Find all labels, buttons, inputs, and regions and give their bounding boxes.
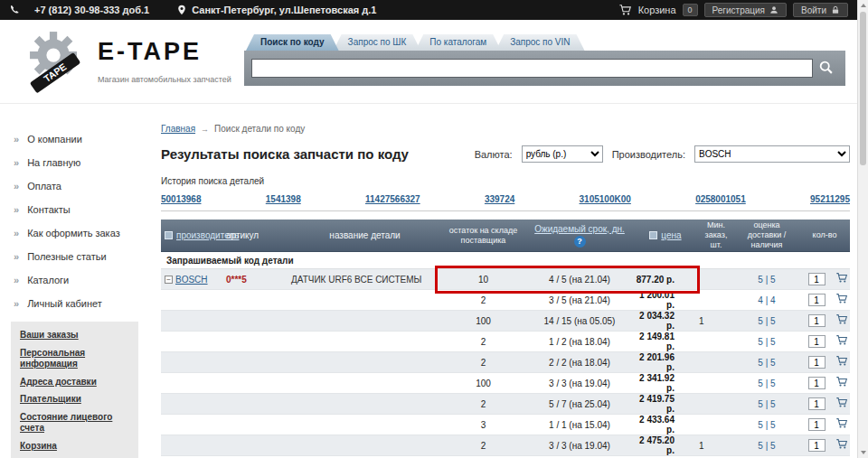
manufacturer-select[interactable]: BOSCH xyxy=(694,145,850,163)
term-cell: 3 / 3 (на 19.04) xyxy=(526,379,633,388)
col-header-price[interactable]: цена xyxy=(633,230,698,241)
search-panel xyxy=(244,51,845,86)
account-link-personal-info[interactable]: Персональная информация xyxy=(20,348,131,370)
account-link-orders[interactable]: Ваши заказы xyxy=(20,330,131,341)
account-link-addresses[interactable]: Адреса доставки xyxy=(20,377,131,388)
chevron-right-icon xyxy=(14,204,19,215)
history-link[interactable]: 1541398 xyxy=(266,194,301,204)
scrollbar-thumb[interactable] xyxy=(860,12,866,165)
table-row: BOSCH 0***5 ДАТЧИК URF6 ВСЕ СИСТЕМЫ 10 4… xyxy=(161,269,850,290)
term-header-link[interactable]: Ожидаемый срок, дн. xyxy=(534,224,625,235)
table-row: 100 3 / 3 (на 19.04) 2 341.92 р. 5 | 5 xyxy=(161,373,850,394)
sidebar-item-label: Контакты xyxy=(27,204,71,215)
sidebar-item-payment[interactable]: Оплата xyxy=(0,174,149,198)
history-link[interactable]: 11427566327 xyxy=(365,194,420,204)
cart-row-icon xyxy=(835,272,848,286)
add-to-cart-button[interactable] xyxy=(835,397,848,411)
history-link[interactable]: 95211295 xyxy=(810,194,850,204)
sidebar-item-account[interactable]: Личный кабинет xyxy=(0,292,149,315)
tab-request-by-shk[interactable]: Запрос по ШК xyxy=(334,34,421,51)
quantity-input[interactable] xyxy=(808,377,826,389)
add-to-cart-button[interactable] xyxy=(835,272,848,286)
history-link[interactable]: 0258001051 xyxy=(695,194,746,204)
quantity-input[interactable] xyxy=(808,273,826,285)
tab-search-by-code[interactable]: Поиск по коду xyxy=(246,34,339,51)
sidebar-item-label: О компании xyxy=(27,134,82,145)
chevron-right-icon xyxy=(14,228,19,238)
price-cell: 2 475.20 р. xyxy=(633,435,698,455)
qty-cell xyxy=(799,397,834,410)
add-to-cart-button[interactable] xyxy=(835,334,848,349)
delivery-cell: 5 | 5 xyxy=(734,379,799,388)
add-to-cart-button[interactable] xyxy=(835,293,848,307)
stock-cell: 3 xyxy=(440,420,526,430)
tab-request-by-vin[interactable]: Запрос по VIN xyxy=(495,34,584,51)
add-to-cart-button[interactable] xyxy=(835,417,848,432)
table-row: 100 14 / 15 (на 05.05) 2 034.32 р. 1 5 |… xyxy=(161,311,850,332)
manufacturer-cell: BOSCH xyxy=(161,275,224,285)
stock-cell: 2 xyxy=(440,399,526,409)
history-link[interactable]: 50013968 xyxy=(161,194,202,204)
cart-cell xyxy=(834,313,850,328)
sidebar-item-contacts[interactable]: Контакты xyxy=(0,198,149,221)
manufacturer-cell xyxy=(161,317,224,325)
cart-row-icon xyxy=(835,293,848,307)
register-button[interactable]: Регистрация xyxy=(704,3,787,17)
quantity-input[interactable] xyxy=(808,314,826,327)
price-header-link[interactable]: цена xyxy=(661,230,681,241)
currency-select[interactable]: рубль (р.) xyxy=(522,145,603,163)
add-to-cart-button[interactable] xyxy=(835,355,848,369)
scrollbar[interactable] xyxy=(857,0,868,458)
account-link-cart[interactable]: Корзина xyxy=(20,441,131,453)
tab-by-catalogs[interactable]: По каталогам xyxy=(415,34,501,51)
table-row: 2 1 / 2 (на 18.04) 2 149.81 р. 5 | 5 xyxy=(161,332,850,352)
help-icon[interactable] xyxy=(574,236,586,248)
article-cell: 0***5 xyxy=(224,275,289,285)
results-table: производитель артикул название детали ос… xyxy=(161,220,850,456)
add-to-cart-button[interactable] xyxy=(835,438,848,453)
price-cell: 877.20 р. xyxy=(633,275,698,285)
breadcrumb-current: Поиск детали по коду xyxy=(214,124,305,134)
cart-cell xyxy=(834,293,850,307)
history-link[interactable]: 3105100K00 xyxy=(580,194,631,204)
scroll-down-button[interactable] xyxy=(858,447,868,458)
header: TAPE E-TAPE Магазин автомобильных запчас… xyxy=(0,20,857,104)
chevron-right-icon xyxy=(14,298,19,309)
term-cell: 3 / 3 (на 19.04) xyxy=(526,441,633,451)
scroll-up-button[interactable] xyxy=(858,0,868,11)
quantity-input[interactable] xyxy=(808,356,826,369)
brand-logo[interactable]: TAPE E-TAPE Магазин автомобильных запчас… xyxy=(24,25,231,96)
add-to-cart-button[interactable] xyxy=(835,313,848,328)
section-label-row: Запрашиваемый код детали xyxy=(161,252,850,269)
cart-link[interactable]: Корзина xyxy=(638,5,676,15)
cart-cell xyxy=(834,355,850,369)
breadcrumb-home-link[interactable]: Главная xyxy=(161,124,195,134)
col-header-min-order: Мин. заказ, шт. xyxy=(698,220,734,249)
sidebar-item-catalogs[interactable]: Каталоги xyxy=(0,268,149,292)
login-button[interactable]: Войти xyxy=(793,3,848,17)
search-button[interactable] xyxy=(813,58,838,79)
account-link-balance[interactable]: Состояние лицевого счета xyxy=(20,412,131,435)
history-link[interactable]: 339724 xyxy=(485,194,514,204)
manufacturer-cell xyxy=(161,338,224,346)
price-cell: 2 419.75 р. xyxy=(633,394,698,414)
account-link-payers[interactable]: Плательщики xyxy=(20,394,131,406)
search-input[interactable] xyxy=(251,59,813,78)
quantity-input[interactable] xyxy=(808,418,826,431)
quantity-input[interactable] xyxy=(808,335,826,348)
sidebar-item-home[interactable]: На главную xyxy=(0,151,149,174)
collapse-icon[interactable] xyxy=(165,276,173,284)
cart-icon[interactable] xyxy=(618,4,632,16)
sidebar-item-how-to-order[interactable]: Как оформить заказ xyxy=(0,221,149,245)
quantity-input[interactable] xyxy=(808,439,826,452)
col-header-manufacturer[interactable]: производитель xyxy=(161,230,224,241)
add-to-cart-button[interactable] xyxy=(835,376,848,390)
delivery-cell: 5 | 5 xyxy=(734,337,799,347)
sidebar-item-articles[interactable]: Полезные статьи xyxy=(0,245,149,268)
manufacturer-link[interactable]: BOSCH xyxy=(175,275,208,285)
manufacturer-cell xyxy=(161,296,224,304)
quantity-input[interactable] xyxy=(808,294,826,306)
quantity-input[interactable] xyxy=(808,397,826,410)
gear-logo-icon: TAPE xyxy=(24,25,89,96)
sidebar-item-about[interactable]: О компании xyxy=(0,127,149,151)
